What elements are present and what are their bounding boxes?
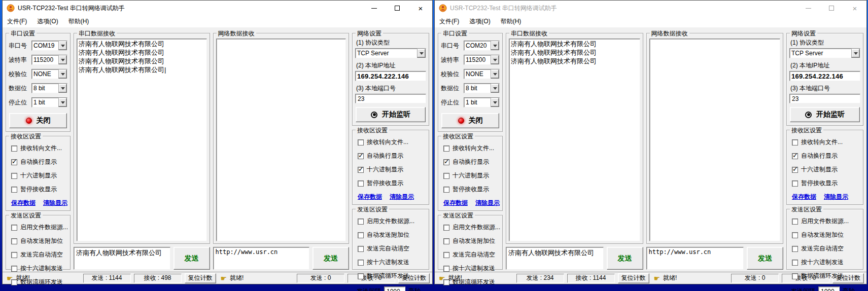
- chevron-down-icon[interactable]: [58, 55, 67, 64]
- parity-select[interactable]: NONE: [31, 69, 67, 79]
- serial-send-input[interactable]: 济南有人物联网技术有限公司: [506, 247, 604, 270]
- chevron-down-icon[interactable]: [851, 49, 860, 58]
- maximize-button[interactable]: [820, 1, 843, 16]
- titlebar[interactable]: USR-TCP232-Test 串口转网络调试助手 ×: [3, 1, 432, 16]
- network-clear-display-link[interactable]: 清除显示: [390, 193, 414, 201]
- listen-button[interactable]: 开始监听: [790, 107, 860, 122]
- network-send-input[interactable]: http://www.usr.cn: [646, 247, 744, 270]
- network-rx-area[interactable]: [216, 39, 346, 241]
- network-checkbox-pause-display[interactable]: ✓ 暂停接收显示: [792, 179, 860, 188]
- serial-rx-area[interactable]: 济南有人物联网技术有限公司 济南有人物联网技术有限公司 济南有人物联网技术有限公…: [509, 39, 640, 241]
- parity-select[interactable]: NONE: [464, 69, 500, 79]
- chevron-down-icon[interactable]: [58, 41, 67, 50]
- checkbox-recv-to-file[interactable]: ✓ 接收转向文件...: [443, 144, 500, 153]
- serial-close-button[interactable]: 关闭: [9, 113, 67, 128]
- chevron-down-icon[interactable]: [58, 69, 67, 79]
- menu-options[interactable]: 选项(O): [37, 17, 58, 26]
- local-ip-input[interactable]: 169.254.222.146: [789, 71, 860, 81]
- checkbox-hex-display[interactable]: ✓ 十六进制显示: [11, 171, 67, 180]
- network-checkbox-auto-wrap[interactable]: ✓ 自动换行显示: [358, 152, 426, 160]
- data-bits-select[interactable]: 8 bit: [31, 83, 67, 93]
- minimize-button[interactable]: [796, 1, 820, 16]
- checkbox-recv-to-file[interactable]: ✓ 接收转向文件...: [11, 144, 67, 153]
- chevron-down-icon[interactable]: [491, 84, 499, 93]
- serial-close-button[interactable]: 关闭: [441, 113, 499, 128]
- chevron-down-icon[interactable]: [58, 98, 67, 107]
- local-port-input[interactable]: 23: [789, 94, 860, 103]
- network-send-interval-input[interactable]: 1000: [384, 286, 405, 291]
- checkbox-loop-send[interactable]: ✓ 数据流循环发送: [443, 278, 500, 286]
- chevron-down-icon[interactable]: [491, 55, 499, 64]
- data-bits-select[interactable]: 8 bit: [464, 83, 500, 93]
- network-clear-display-link[interactable]: 清除显示: [824, 193, 848, 201]
- close-button[interactable]: ×: [409, 1, 432, 16]
- serial-rx-area[interactable]: 济南有人物联网技术有限公司 济南有人物联网技术有限公司 济南有人物联网技术有限公…: [77, 39, 207, 241]
- serial-reset-count-button[interactable]: 复位计数: [185, 273, 216, 283]
- protocol-select[interactable]: TCP Server: [789, 48, 860, 58]
- checkbox-auto-append[interactable]: ✓ 自动发送附加位: [11, 237, 67, 245]
- checkbox-auto-clear[interactable]: ✓ 发送完自动清空: [11, 250, 67, 259]
- network-checkbox-auto-append[interactable]: ✓ 自动发送附加位: [358, 231, 426, 239]
- clear-display-link[interactable]: 清除显示: [475, 199, 500, 207]
- listen-button[interactable]: 开始监听: [356, 107, 426, 122]
- network-checkbox-hex-display[interactable]: ✓ 十六进制显示: [792, 165, 860, 174]
- network-send-button[interactable]: 发送: [313, 247, 349, 270]
- network-checkbox-hex-display[interactable]: ✓ 十六进制显示: [358, 165, 426, 174]
- serial-reset-count-button[interactable]: 复位计数: [618, 273, 649, 283]
- menu-options[interactable]: 选项(O): [469, 17, 490, 26]
- network-checkbox-auto-append[interactable]: ✓ 自动发送附加位: [792, 231, 860, 239]
- menu-file[interactable]: 文件(F): [7, 17, 27, 26]
- network-save-data-link[interactable]: 保存数据: [792, 193, 816, 201]
- menu-file[interactable]: 文件(F): [439, 17, 459, 26]
- chevron-down-icon[interactable]: [417, 49, 426, 58]
- network-checkbox-auto-clear[interactable]: ✓ 发送完自动清空: [792, 244, 860, 253]
- network-rx-area[interactable]: [649, 39, 781, 241]
- titlebar[interactable]: USR-TCP232-Test 串口转网络调试助手 ×: [435, 1, 866, 16]
- network-checkbox-hex-send[interactable]: ✓ 按十六进制发送: [358, 258, 426, 267]
- network-checkbox-loop-send[interactable]: ✓ 数据流循环发送: [792, 272, 860, 280]
- serial-send-input[interactable]: 济南有人物联网技术有限公司: [74, 247, 170, 270]
- checkbox-file-data-source[interactable]: ✓ 启用文件数据源...: [11, 223, 67, 232]
- network-checkbox-pause-display[interactable]: ✓ 暂停接收显示: [358, 179, 426, 188]
- network-send-input[interactable]: http://www.usr.cn: [213, 247, 310, 270]
- network-checkbox-recv-to-file[interactable]: ✓ 接收转向文件...: [358, 138, 426, 147]
- checkbox-auto-append[interactable]: ✓ 自动发送附加位: [443, 237, 500, 245]
- serial-send-button[interactable]: 发送: [607, 247, 643, 270]
- chevron-down-icon[interactable]: [58, 84, 67, 93]
- checkbox-hex-send[interactable]: ✓ 按十六进制发送: [11, 264, 67, 273]
- network-checkbox-auto-clear[interactable]: ✓ 发送完自动清空: [358, 244, 426, 253]
- stop-bits-select[interactable]: 1 bit: [464, 97, 500, 107]
- network-checkbox-recv-to-file[interactable]: ✓ 接收转向文件...: [792, 138, 860, 147]
- menu-help[interactable]: 帮助(H): [501, 17, 522, 26]
- network-checkbox-file-data-source[interactable]: ✓ 启用文件数据源...: [358, 217, 426, 226]
- local-port-input[interactable]: 23: [355, 94, 426, 103]
- network-save-data-link[interactable]: 保存数据: [358, 193, 382, 201]
- network-send-interval-input[interactable]: 1000: [818, 286, 840, 291]
- checkbox-auto-clear[interactable]: ✓ 发送完自动清空: [443, 250, 500, 259]
- chevron-down-icon[interactable]: [491, 69, 499, 79]
- local-ip-input[interactable]: 169.254.222.146: [355, 71, 426, 81]
- com-port-select[interactable]: COM19: [31, 41, 67, 51]
- checkbox-auto-wrap[interactable]: ✓ 自动换行显示: [11, 158, 67, 166]
- com-port-select[interactable]: COM20: [464, 41, 500, 51]
- close-button[interactable]: ×: [843, 1, 866, 16]
- serial-send-button[interactable]: 发送: [173, 247, 210, 270]
- checkbox-pause-display[interactable]: ✓ 暂停接收显示: [443, 185, 500, 194]
- network-checkbox-hex-send[interactable]: ✓ 按十六进制发送: [792, 258, 860, 267]
- checkbox-pause-display[interactable]: ✓ 暂停接收显示: [11, 185, 67, 194]
- save-data-link[interactable]: 保存数据: [443, 199, 468, 207]
- chevron-down-icon[interactable]: [491, 98, 499, 107]
- network-checkbox-file-data-source[interactable]: ✓ 启用文件数据源...: [792, 217, 860, 226]
- stop-bits-select[interactable]: 1 bit: [31, 97, 67, 107]
- chevron-down-icon[interactable]: [491, 41, 499, 50]
- checkbox-hex-send[interactable]: ✓ 按十六进制发送: [443, 264, 500, 273]
- save-data-link[interactable]: 保存数据: [11, 199, 36, 207]
- checkbox-hex-display[interactable]: ✓ 十六进制显示: [443, 171, 500, 180]
- maximize-button[interactable]: [386, 1, 409, 16]
- baud-rate-select[interactable]: 115200: [31, 55, 67, 65]
- protocol-select[interactable]: TCP Server: [355, 48, 426, 58]
- network-checkbox-auto-wrap[interactable]: ✓ 自动换行显示: [792, 152, 860, 160]
- network-checkbox-loop-send[interactable]: ✓ 数据流循环发送: [358, 272, 426, 280]
- clear-display-link[interactable]: 清除显示: [43, 199, 67, 207]
- baud-rate-select[interactable]: 115200: [464, 55, 500, 65]
